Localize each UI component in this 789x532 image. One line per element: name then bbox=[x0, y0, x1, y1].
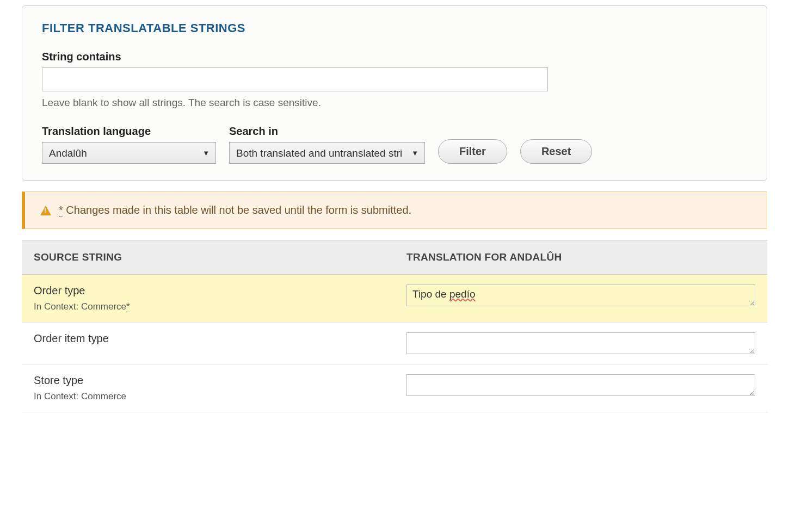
translation-input[interactable] bbox=[406, 332, 755, 354]
context-line: In Context: Commerce bbox=[34, 391, 383, 402]
table-row: Store typeIn Context: Commerce bbox=[22, 364, 767, 412]
filter-panel: FILTER TRANSLATABLE STRINGS String conta… bbox=[22, 5, 767, 181]
source-string: Order item type bbox=[34, 332, 383, 345]
col-header-translation: TRANSLATION FOR ANDALÛH bbox=[394, 240, 767, 275]
reset-button[interactable]: Reset bbox=[520, 139, 592, 164]
translation-input[interactable]: Tipo de pedío bbox=[406, 284, 755, 306]
translation-cell bbox=[394, 364, 767, 412]
source-cell: Store typeIn Context: Commerce bbox=[22, 364, 394, 412]
string-contains-label: String contains bbox=[42, 51, 747, 63]
search-in-label: Search in bbox=[229, 125, 425, 138]
translation-language-label: Translation language bbox=[42, 125, 216, 138]
col-header-source: SOURCE STRING bbox=[22, 240, 394, 275]
filter-button[interactable]: Filter bbox=[438, 139, 507, 164]
translation-input[interactable] bbox=[406, 374, 755, 396]
filter-panel-title: FILTER TRANSLATABLE STRINGS bbox=[42, 21, 747, 35]
warning-icon bbox=[40, 206, 51, 215]
source-string: Order type bbox=[34, 284, 383, 297]
source-string: Store type bbox=[34, 374, 383, 387]
string-contains-help: Leave blank to show all strings. The sea… bbox=[42, 97, 747, 109]
translation-language-select[interactable]: Andalûh bbox=[42, 142, 216, 164]
search-in-select[interactable]: Both translated and untranslated strings bbox=[229, 142, 425, 164]
unsaved-changes-warning: * Changes made in this table will not be… bbox=[22, 191, 767, 229]
translations-table: SOURCE STRING TRANSLATION FOR ANDALÛH Or… bbox=[22, 240, 767, 412]
modified-marker: * bbox=[126, 301, 130, 312]
source-cell: Order typeIn Context: Commerce* bbox=[22, 275, 394, 323]
translation-cell: Tipo de pedío bbox=[394, 275, 767, 323]
source-cell: Order item type bbox=[22, 323, 394, 364]
translation-cell bbox=[394, 323, 767, 364]
table-row: Order item type bbox=[22, 323, 767, 364]
context-line: In Context: Commerce* bbox=[34, 301, 383, 312]
warning-text: * Changes made in this table will not be… bbox=[59, 204, 411, 216]
string-contains-input[interactable] bbox=[42, 67, 548, 91]
table-row: Order typeIn Context: Commerce*Tipo de p… bbox=[22, 275, 767, 323]
